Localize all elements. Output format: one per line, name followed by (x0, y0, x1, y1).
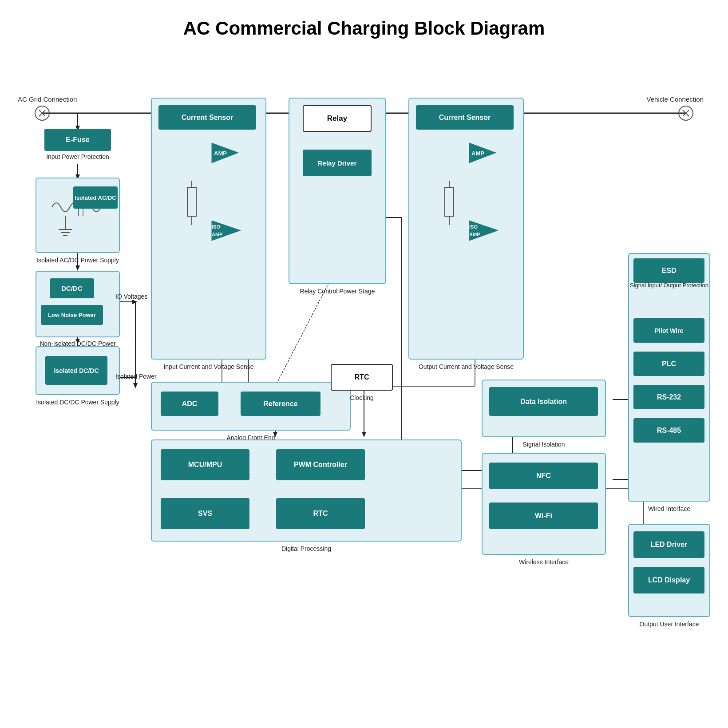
resistor-in-symbol (185, 181, 198, 225)
svg-rect-82 (445, 187, 454, 216)
svg-text:AMP: AMP (212, 232, 222, 237)
input-sense-container: Current Sensor AMP ISO AMP (151, 98, 266, 360)
svg-text:ISO: ISO (469, 224, 478, 229)
mcu-mpu-box: MCU/MPU (161, 449, 249, 480)
svg-marker-37 (362, 432, 366, 437)
analog-front-end-container: ADC Reference (151, 382, 351, 431)
svg-line-2 (39, 110, 45, 116)
esd-box: ESD (633, 258, 704, 283)
wifi-box: Wi-Fi (489, 502, 598, 529)
digital-processing-label: Digital Processing (151, 545, 462, 552)
svg-line-3 (39, 110, 45, 116)
output-current-voltage-label: Output Current and Voltage Sense (408, 363, 524, 370)
digital-processing-container: MCU/MPU PWM Controller SVS RTC (151, 439, 462, 542)
resistor-out-symbol (443, 181, 456, 225)
input-power-prot-label: Input Power Protection (40, 153, 115, 160)
signal-isolation-container: Data Isolation (482, 380, 606, 437)
lcd-display-box: LCD Display (633, 567, 704, 593)
svg-text:AMP: AMP (471, 150, 484, 157)
current-sensor-out-box: Current Sensor (416, 105, 514, 130)
isolated-dcdc-container: Isolated DC/DC (36, 346, 120, 395)
iso-amp-in-symbol: ISO AMP (210, 218, 245, 243)
e-fuse-box: E-Fuse (44, 129, 111, 151)
relay-box: Relay (303, 105, 372, 132)
signal-isolation-label: Signal Isolation (482, 441, 606, 448)
reference-box: Reference (241, 392, 320, 416)
svg-text:ISO: ISO (212, 224, 220, 229)
svg-text:AMP: AMP (469, 232, 480, 237)
svg-line-6 (683, 110, 689, 116)
vehicle-conn-label: Vehicle Connection (647, 95, 704, 103)
svg-marker-12 (75, 265, 80, 271)
svg-line-5 (683, 110, 689, 116)
signal-io-prot-label: Signal Input/ Output Protection (621, 282, 717, 289)
svg-point-4 (679, 106, 693, 120)
isolated-acdc-supply-label: Isolated AC/DC Power Supply (33, 257, 122, 264)
wired-interface-label: Wired Interface (628, 505, 710, 512)
isolated-dcdc-box: Isolated DC/DC (45, 356, 107, 385)
diagram-container: AC Commercial Charging Block Diagram (0, 0, 728, 728)
dcdc-container: DC/DC Low Noise Power (36, 271, 120, 337)
relay-container: Relay Relay Driver (289, 98, 386, 284)
svg-marker-18 (133, 383, 138, 388)
rtc-top-box: RTC (331, 364, 393, 391)
isolated-power-label: Isolated Power (115, 373, 157, 380)
plc-box: PLC (633, 352, 704, 376)
output-user-interface-label: Output User Interface (626, 621, 712, 628)
led-driver-box: LED Driver (633, 531, 704, 558)
wireless-interface-label: Wireless Interface (482, 558, 606, 566)
svg-text:AMP: AMP (214, 150, 227, 157)
clocking-label: Clocking (324, 394, 400, 401)
svg-marker-76 (212, 221, 241, 241)
output-sense-container: Current Sensor AMP ISO AMP (408, 98, 524, 360)
svg-rect-74 (187, 187, 196, 216)
io-voltages-label: IO Voltages (115, 293, 147, 300)
svg-line-39 (275, 266, 337, 386)
pwm-controller-box: PWM Controller (276, 449, 365, 480)
rtc-bottom-box: RTC (276, 498, 365, 529)
iso-amp-out-symbol: ISO AMP (467, 218, 502, 243)
nfc-box: NFC (489, 463, 598, 489)
amp-in-symbol: AMP (210, 141, 241, 165)
wired-interface-container: ESD Pilot Wire PLC RS-232 RS-485 (628, 253, 710, 502)
rs485-box: RS-485 (633, 418, 704, 443)
pilot-wire-box: Pilot Wire (633, 318, 704, 343)
current-sensor-in-box: Current Sensor (158, 105, 256, 130)
svg-marker-84 (469, 221, 498, 241)
isolated-acdc-box: Isolated AC/DC (73, 186, 118, 209)
adc-box: ADC (161, 392, 218, 416)
isolated-dcdc-supply-label: Isolated DC/DC Power Supply (31, 399, 124, 406)
page-title: AC Commercial Charging Block Diagram (0, 0, 728, 48)
relay-control-label: Relay Control Power Stage (289, 288, 386, 295)
dcdc-box: DC/DC (50, 278, 94, 298)
input-current-voltage-label: Input Current and Voltage Sense (151, 363, 266, 370)
svg-marker-16 (132, 300, 138, 304)
wireless-interface-container: NFC Wi-Fi (482, 453, 606, 555)
amp-out-symbol: AMP (467, 141, 498, 165)
relay-driver-box: Relay Driver (303, 150, 372, 176)
data-isolation-box: Data Isolation (489, 387, 598, 416)
svg-point-1 (35, 106, 49, 120)
output-ui-container: LED Driver LCD Display (628, 524, 710, 617)
low-noise-power-box: Low Noise Power (41, 305, 103, 325)
ac-grid-label: AC Grid Connection (18, 95, 77, 103)
svs-box: SVS (161, 498, 249, 529)
rs232-box: RS-232 (633, 385, 704, 409)
